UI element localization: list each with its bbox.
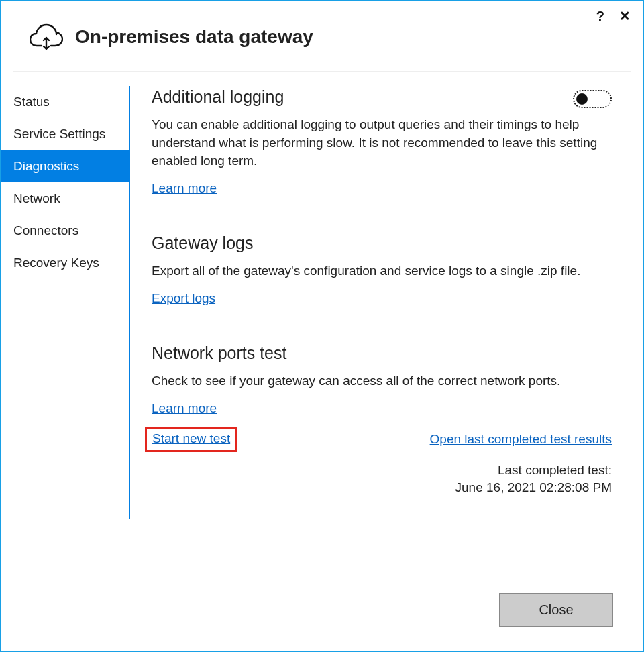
section-gateway-logs: Gateway logs Export all of the gateway's…	[152, 233, 612, 306]
ports-description: Check to see if your gateway can access …	[152, 372, 612, 390]
logging-description: You can enable additional logging to out…	[152, 116, 612, 170]
footer: Close	[1, 593, 643, 651]
page-title: On-premises data gateway	[75, 26, 313, 48]
titlebar: ? ✕	[596, 8, 631, 24]
section-title-gateway-logs: Gateway logs	[152, 233, 612, 253]
open-last-results-link[interactable]: Open last completed test results	[430, 432, 612, 447]
logging-learn-more-link[interactable]: Learn more	[152, 181, 217, 195]
additional-logging-toggle[interactable]	[573, 90, 612, 108]
section-title-logging: Additional logging	[152, 87, 284, 107]
header: On-premises data gateway	[1, 1, 643, 71]
gateway-logs-description: Export all of the gateway's configuratio…	[152, 262, 612, 280]
last-completed-label: Last completed test:	[152, 461, 612, 480]
app-window: ? ✕ On-premises data gateway Status Serv…	[0, 0, 644, 652]
ports-learn-more-link[interactable]: Learn more	[152, 401, 217, 415]
sidebar-item-diagnostics[interactable]: Diagnostics	[1, 150, 129, 182]
sidebar-item-recovery-keys[interactable]: Recovery Keys	[1, 247, 129, 279]
last-completed-info: Last completed test: June 16, 2021 02:28…	[152, 461, 612, 497]
export-logs-link[interactable]: Export logs	[152, 291, 215, 305]
start-new-test-highlight: Start new test	[145, 427, 237, 452]
section-network-ports-test: Network ports test Check to see if your …	[152, 343, 612, 497]
sidebar: Status Service Settings Diagnostics Netw…	[1, 78, 129, 593]
close-button[interactable]: Close	[499, 593, 613, 627]
last-completed-value: June 16, 2021 02:28:08 PM	[152, 479, 612, 497]
help-icon[interactable]: ?	[596, 9, 604, 24]
section-title-ports: Network ports test	[152, 343, 612, 363]
body: Status Service Settings Diagnostics Netw…	[1, 72, 643, 593]
sidebar-item-service-settings[interactable]: Service Settings	[1, 118, 129, 150]
close-icon[interactable]: ✕	[619, 8, 631, 24]
cloud-gateway-icon	[30, 23, 63, 51]
content: Additional logging You can enable additi…	[130, 78, 643, 593]
sidebar-item-connectors[interactable]: Connectors	[1, 215, 129, 247]
sidebar-item-status[interactable]: Status	[1, 86, 129, 118]
start-new-test-link[interactable]: Start new test	[152, 431, 230, 445]
sidebar-item-network[interactable]: Network	[1, 182, 129, 215]
section-additional-logging: Additional logging You can enable additi…	[152, 87, 612, 196]
